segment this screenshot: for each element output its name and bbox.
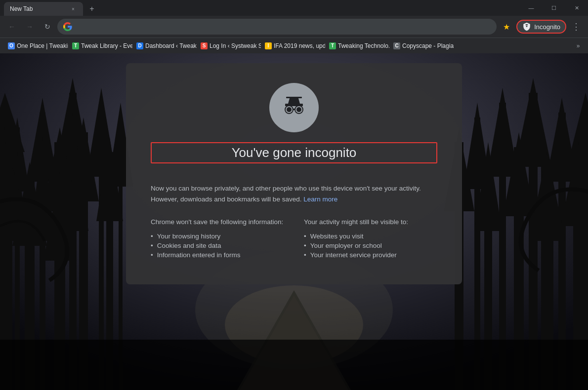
incognito-avatar xyxy=(269,83,319,132)
wont-save-item-2-text: Cookies and site data xyxy=(157,242,221,249)
title-bar-controls: — ☐ ✕ xyxy=(520,0,588,16)
bookmark-favicon-1: O xyxy=(8,42,15,49)
bookmark-label-1: One Place | Tweakin... xyxy=(17,42,68,49)
incognito-title-container: You've gone incognito xyxy=(151,142,437,173)
bookmark-favicon-3: D xyxy=(136,42,143,49)
bookmark-button[interactable]: ★ xyxy=(499,19,514,35)
forward-button[interactable]: → xyxy=(22,19,38,35)
still-visible-item-1-text: Websites you visit xyxy=(310,233,364,240)
bookmark-item-7[interactable]: C Copyscape - Plagiar... xyxy=(389,40,454,52)
bookmark-label-7: Copyscape - Plagiar... xyxy=(402,42,454,49)
incognito-icon-wrapper xyxy=(151,83,437,132)
main-content: You've gone incognito Now you can browse… xyxy=(0,53,588,390)
address-bar[interactable] xyxy=(57,19,497,35)
svg-point-60 xyxy=(287,107,292,112)
still-visible-title: Your activity might still be visible to: xyxy=(304,218,437,226)
wont-save-title: Chrome won't save the following informat… xyxy=(151,218,284,226)
incognito-info-columns: Chrome won't save the following informat… xyxy=(151,218,437,260)
bookmarks-bar: O One Place | Tweakin... T Tweak Library… xyxy=(0,38,588,53)
bookmark-item-2[interactable]: T Tweak Library - Eve... xyxy=(68,40,132,52)
bookmark-item-6[interactable]: T Tweaking Technolo... xyxy=(325,40,389,52)
incognito-hat-glasses-icon xyxy=(278,92,310,123)
wont-save-item-3: Information entered in forms xyxy=(151,250,284,260)
incognito-icon xyxy=(522,22,531,31)
bookmark-favicon-6: T xyxy=(329,42,336,49)
svg-rect-55 xyxy=(286,97,302,98)
wont-save-item-1-text: Your browsing history xyxy=(157,233,221,240)
tab-title: New Tab xyxy=(10,5,66,12)
bookmark-favicon-5: I xyxy=(265,42,272,49)
bookmark-label-6: Tweaking Technolo... xyxy=(338,42,389,49)
wont-save-list: Your browsing history Cookies and site d… xyxy=(151,232,284,260)
wont-save-item-3-text: Information entered in forms xyxy=(157,251,241,259)
google-icon xyxy=(63,22,72,31)
still-visible-column: Your activity might still be visible to:… xyxy=(304,218,437,260)
new-tab-button[interactable]: + xyxy=(85,2,99,16)
bookmark-label-5: IFA 2019 news, upd... xyxy=(274,42,325,49)
wont-save-column: Chrome won't save the following informat… xyxy=(151,218,284,260)
bookmark-item-4[interactable]: S Log In ‹ Systweak S... xyxy=(197,40,261,52)
still-visible-item-1: Websites you visit xyxy=(304,232,437,241)
tab-close-button[interactable]: × xyxy=(69,5,77,13)
title-bar-left: New Tab × + xyxy=(0,0,520,16)
bookmark-favicon-2: T xyxy=(72,42,79,49)
bookmark-item-5[interactable]: I IFA 2019 news, upd... xyxy=(261,40,325,52)
incognito-panel: You've gone incognito Now you can browse… xyxy=(126,63,462,284)
still-visible-item-3: Your internet service provider xyxy=(304,250,437,260)
svg-rect-52 xyxy=(0,340,588,390)
incognito-description-text: Now you can browse privately, and other … xyxy=(151,185,421,203)
title-bar: New Tab × + — ☐ ✕ xyxy=(0,0,588,16)
still-visible-item-2-text: Your employer or school xyxy=(310,242,382,249)
menu-button[interactable]: ⋮ xyxy=(568,19,584,35)
bookmark-item-1[interactable]: O One Place | Tweakin... xyxy=(4,40,68,52)
bookmarks-overflow-button[interactable]: » xyxy=(572,40,584,52)
wont-save-item-2: Cookies and site data xyxy=(151,241,284,250)
svg-point-61 xyxy=(296,107,301,112)
maximize-button[interactable]: ☐ xyxy=(543,0,565,16)
incognito-button[interactable]: Incognito xyxy=(516,20,566,34)
minimize-button[interactable]: — xyxy=(520,0,543,16)
incognito-description: Now you can browse privately, and other … xyxy=(151,183,437,204)
back-button[interactable]: ← xyxy=(4,19,20,35)
still-visible-item-2: Your employer or school xyxy=(304,241,437,250)
reload-button[interactable]: ↻ xyxy=(40,19,55,35)
still-visible-list: Websites you visit Your employer or scho… xyxy=(304,232,437,260)
svg-rect-62 xyxy=(294,109,294,110)
incognito-label: Incognito xyxy=(534,23,560,31)
bookmark-favicon-7: C xyxy=(393,42,400,49)
bookmark-label-3: Dashboard ‹ Tweak... xyxy=(145,42,197,49)
bookmark-label-4: Log In ‹ Systweak S... xyxy=(210,42,261,49)
still-visible-item-3-text: Your internet service provider xyxy=(310,251,397,259)
bookmark-label-2: Tweak Library - Eve... xyxy=(81,42,132,49)
close-button[interactable]: ✕ xyxy=(565,0,588,16)
incognito-title: You've gone incognito xyxy=(151,142,437,163)
address-input[interactable] xyxy=(76,23,491,31)
tab-strip: New Tab × + xyxy=(0,0,99,16)
toolbar: ← → ↻ ★ Incognito ⋮ xyxy=(0,16,588,38)
active-tab[interactable]: New Tab × xyxy=(4,2,83,16)
bookmark-item-3[interactable]: D Dashboard ‹ Tweak... xyxy=(132,40,197,52)
wont-save-item-1: Your browsing history xyxy=(151,232,284,241)
learn-more-link[interactable]: Learn more xyxy=(303,195,337,203)
bookmark-favicon-4: S xyxy=(201,42,208,49)
